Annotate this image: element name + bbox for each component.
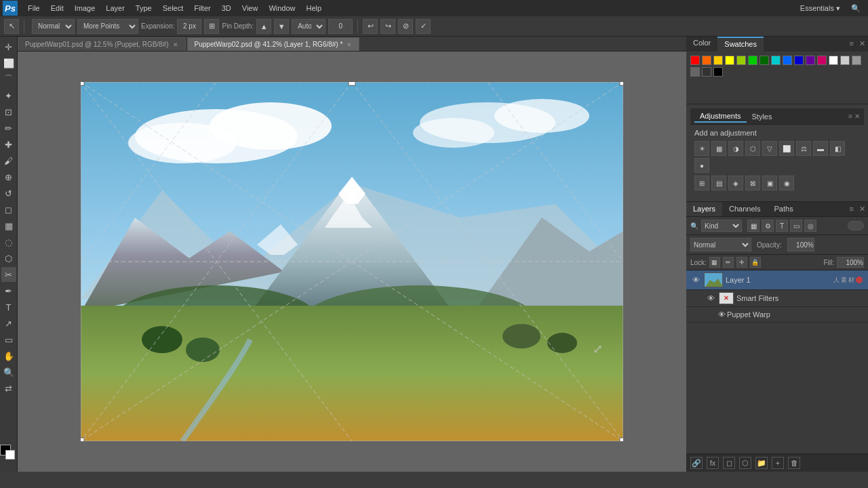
swatch[interactable] — [794, 56, 804, 65]
swatch[interactable] — [690, 56, 700, 65]
tab-1-close[interactable]: ✕ — [173, 41, 178, 48]
swatch[interactable] — [748, 56, 757, 65]
tool-history-brush[interactable]: ↺ — [1, 186, 16, 201]
adj-selective-color[interactable]: ◉ — [779, 176, 794, 190]
menu-image[interactable]: Image — [70, 3, 100, 14]
new-group-btn[interactable]: 📁 — [755, 457, 768, 469]
blend-mode-select[interactable]: Normal Dissolve Multiply Screen Overlay — [690, 238, 751, 251]
redo-icon[interactable]: ↪ — [380, 19, 395, 34]
cs-panel-menu[interactable]: ≡ — [847, 37, 856, 52]
tool-brush[interactable]: 🖌 — [1, 153, 16, 168]
adjustments-tab[interactable]: Adjustments — [694, 110, 747, 123]
commit-icon[interactable]: ✓ — [416, 19, 431, 34]
delete-layer-btn[interactable]: 🗑 — [788, 457, 800, 469]
expansion-input[interactable] — [177, 19, 201, 34]
pin-up-icon[interactable]: ▲ — [256, 19, 271, 34]
adj-gradient-map[interactable]: ▣ — [762, 176, 777, 190]
fill-input[interactable] — [837, 257, 864, 268]
layer-1-visibility[interactable]: 👁 — [690, 274, 701, 285]
swatch[interactable] — [817, 56, 827, 65]
tool-arrow[interactable]: ↖ — [4, 19, 19, 34]
adj-threshold[interactable]: ⊠ — [745, 176, 760, 190]
layers-panel-menu[interactable]: ≡ — [847, 202, 856, 216]
points-select[interactable]: More Points Normal Points Fewer Points — [77, 19, 138, 34]
adj-vibrance[interactable]: ▽ — [762, 141, 777, 156]
menu-layer[interactable]: Layer — [101, 3, 130, 14]
adj-photofilt[interactable]: ◧ — [830, 141, 845, 156]
swatch[interactable] — [840, 56, 850, 65]
adj-curves[interactable]: ◑ — [728, 141, 743, 156]
menu-edit[interactable]: Edit — [46, 3, 68, 14]
swatch[interactable] — [760, 56, 769, 65]
swatch[interactable] — [771, 56, 781, 65]
puppet-warp-visibility[interactable]: 👁 — [716, 309, 727, 320]
adj-colorlookup[interactable]: ⊞ — [694, 176, 709, 190]
filter-pixel[interactable]: ▦ — [747, 220, 760, 232]
tool-clone[interactable]: ⊕ — [1, 169, 16, 184]
canvas-container[interactable]: ⤢ — [18, 52, 686, 472]
swatch[interactable] — [713, 56, 723, 65]
styles-tab[interactable]: Styles — [747, 111, 778, 122]
lock-pixels[interactable]: ✏ — [723, 257, 734, 268]
tool-hand[interactable]: ✋ — [1, 348, 16, 363]
tool-eraser[interactable]: ◻ — [1, 202, 16, 217]
tool-zoom[interactable]: 🔍 — [1, 365, 16, 380]
tool-path-select[interactable]: ↗ — [1, 316, 16, 331]
new-adjustment-btn[interactable]: ⬡ — [739, 457, 751, 469]
adj-invert[interactable]: ▤ — [711, 176, 726, 190]
add-mask-btn[interactable]: ◻ — [723, 457, 735, 469]
tool-healing[interactable]: ✚ — [1, 137, 16, 152]
tool-text[interactable]: T — [1, 300, 16, 314]
tab-swatches[interactable]: Swatches — [717, 37, 764, 52]
lock-all[interactable]: 🔒 — [750, 257, 761, 268]
swatch[interactable] — [702, 56, 711, 65]
tool-swap[interactable]: ⇄ — [1, 381, 16, 396]
swatch[interactable] — [829, 56, 838, 65]
filter-adjust[interactable]: ⚙ — [762, 220, 774, 232]
new-layer-btn[interactable]: + — [772, 457, 784, 469]
adj-brightness[interactable]: ☀ — [694, 141, 709, 156]
swatch[interactable] — [702, 67, 711, 77]
menu-select[interactable]: Select — [158, 3, 189, 14]
swatch[interactable] — [806, 56, 815, 65]
search-btn[interactable]: 🔍 — [846, 3, 865, 14]
tab-2-close[interactable]: ✕ — [347, 41, 352, 48]
filter-type[interactable]: T — [776, 220, 788, 232]
adj-bw[interactable]: ▬ — [813, 141, 828, 156]
tool-shape[interactable]: ▭ — [1, 332, 16, 347]
tool-gradient[interactable]: ▦ — [1, 218, 16, 233]
opacity-input[interactable] — [787, 238, 814, 251]
tool-rect-select[interactable]: ⬜ — [1, 56, 16, 70]
grid-icon[interactable]: ⊞ — [204, 19, 219, 34]
adj-exposure[interactable]: ⬡ — [745, 141, 760, 156]
swatch[interactable] — [690, 67, 700, 77]
adj-colorbalance[interactable]: ⚖ — [796, 141, 811, 156]
add-fx-btn[interactable]: fx — [707, 457, 719, 469]
tool-move[interactable]: ✛ — [1, 39, 16, 54]
layers-panel-close[interactable]: ✕ — [856, 202, 868, 216]
adj-panel-menu[interactable]: ≡ — [848, 113, 852, 120]
layers-tab-channels[interactable]: Channels — [722, 202, 767, 216]
layers-tab-layers[interactable]: Layers — [686, 202, 722, 216]
tool-puppet-warp[interactable]: ✂ — [1, 267, 16, 282]
swatch[interactable] — [736, 56, 746, 65]
lock-position[interactable]: ✛ — [736, 257, 747, 268]
filter-toggle[interactable] — [848, 221, 864, 230]
adj-channel[interactable]: ● — [694, 158, 709, 173]
menu-3d[interactable]: 3D — [217, 3, 236, 14]
pin-down-icon[interactable]: ▼ — [274, 19, 289, 34]
tool-quick-select[interactable]: ✦ — [1, 88, 16, 103]
link-layers-btn[interactable]: 🔗 — [690, 457, 703, 469]
undo-icon[interactable]: ↩ — [363, 19, 378, 34]
auto-value-input[interactable] — [328, 19, 353, 34]
adj-panel-close[interactable]: ✕ — [854, 113, 860, 120]
smart-filters-row[interactable]: 👁 ✕ Smart Filters — [686, 290, 868, 307]
swatch[interactable] — [713, 67, 723, 77]
filter-kind-select[interactable]: Kind Name Effect Mode Attribute Color — [701, 220, 742, 232]
adj-hsl[interactable]: ⬜ — [779, 141, 794, 156]
tab-1[interactable]: PuppetWarp01.psd @ 12.5% (Puppet, RGB/8#… — [18, 37, 186, 51]
layer-row-1[interactable]: 👁 Layer 1 人 素 材 — [686, 270, 868, 290]
puppet-warp-row[interactable]: 👁 Puppet Warp — [686, 307, 868, 323]
adj-levels[interactable]: ▦ — [711, 141, 726, 156]
menu-window[interactable]: Window — [264, 3, 300, 14]
